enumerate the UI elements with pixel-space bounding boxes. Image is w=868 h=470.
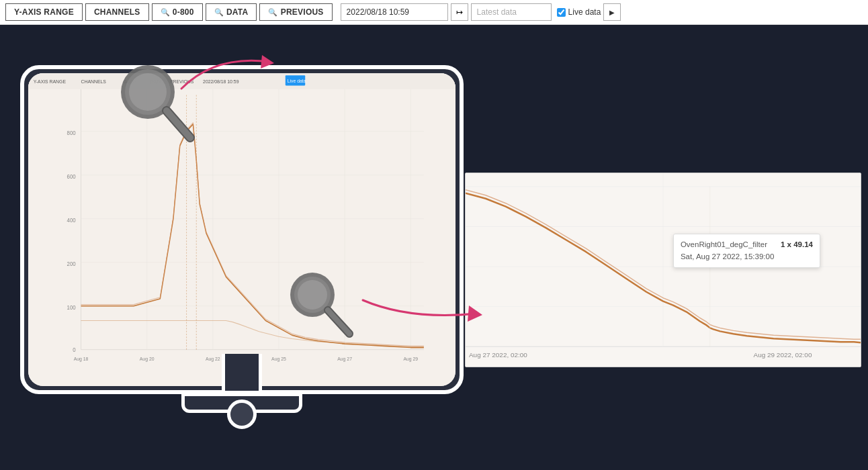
previous-search-icon: 🔍 (268, 8, 277, 17)
monitor-power-button (227, 399, 257, 429)
svg-point-38 (129, 73, 167, 111)
previous-label: PREVIOUS (281, 7, 324, 17)
svg-text:800: 800 (67, 130, 76, 136)
yaxis-range-button[interactable]: Y-AXIS RANGE (5, 3, 83, 21)
data-label: DATA (226, 7, 249, 17)
svg-text:Aug 22: Aug 22 (206, 356, 220, 362)
svg-text:Aug 20: Aug 20 (140, 356, 155, 362)
arrow-top-svg (175, 48, 282, 102)
tooltip-channel-label: OvenRight01_degC_filter (681, 238, 767, 250)
magnify-bottom-icon (282, 267, 356, 340)
forward-arrow-icon: ↦ (456, 7, 463, 17)
svg-text:0: 0 (73, 347, 76, 353)
arrow-bottom-svg (356, 280, 490, 347)
range-search-icon: 🔍 (161, 8, 170, 17)
svg-text:Aug 29: Aug 29 (403, 356, 418, 362)
zoomed-chart-svg: Aug 27 2022, 02:00 Aug 29 2022, 02:00 (466, 173, 861, 367)
svg-text:600: 600 (67, 174, 76, 180)
live-data-toggle[interactable]: Live data (557, 7, 601, 17)
tooltip-datetime: Sat, Aug 27 2022, 15:39:00 (681, 250, 774, 263)
magnify-bottom-svg (282, 267, 356, 340)
svg-text:400: 400 (67, 218, 76, 224)
monitor-stand-neck (222, 354, 262, 394)
range-button[interactable]: 🔍 0-800 (152, 3, 203, 21)
monitor-illustration: 800 600 400 200 100 0 Aug 18 Aug 20 Aug … (20, 65, 464, 441)
svg-text:Aug 29 2022, 02:00: Aug 29 2022, 02:00 (754, 351, 812, 359)
previous-button[interactable]: 🔍 PREVIOUS (259, 3, 332, 21)
data-search-icon: 🔍 (214, 8, 224, 17)
play-icon: ▶ (609, 9, 615, 16)
svg-text:100: 100 (67, 305, 76, 311)
live-data-label: Live data (568, 7, 601, 17)
svg-marker-46 (261, 55, 274, 68)
svg-line-45 (328, 310, 349, 334)
datetime-value: 2022/08/18 10:59 (347, 7, 409, 17)
toolbar: Y-AXIS RANGE CHANNELS 🔍 0-800 🔍 DATA 🔍 P… (0, 0, 868, 25)
latest-data-placeholder: Latest data (477, 7, 517, 17)
svg-text:Aug 18: Aug 18 (74, 356, 89, 362)
yaxis-range-label: Y-AXIS RANGE (14, 7, 74, 17)
play-button[interactable]: ▶ (603, 3, 621, 21)
latest-data-input[interactable]: Latest data (471, 3, 552, 21)
svg-text:Aug 27 2022, 02:00: Aug 27 2022, 02:00 (469, 351, 527, 359)
zoom-tooltip: OvenRight01_degC_filter 1 x 49.14 Sat, A… (673, 234, 820, 268)
datetime-arrow-button[interactable]: ↦ (451, 3, 468, 21)
svg-marker-47 (468, 306, 482, 322)
live-data-checkbox[interactable] (557, 8, 566, 17)
channels-button[interactable]: CHANNELS (85, 3, 149, 21)
svg-point-43 (298, 280, 327, 310)
svg-line-40 (167, 111, 190, 138)
svg-text:CHANNELS: CHANNELS (81, 79, 106, 85)
datetime-input[interactable]: 2022/08/18 10:59 (341, 3, 448, 21)
arrow-top-indicator (175, 48, 282, 105)
channels-label: CHANNELS (94, 7, 140, 17)
svg-text:200: 200 (67, 261, 76, 267)
range-label: 0-800 (173, 7, 194, 17)
zoomed-chart-panel: Aug 27 2022, 02:00 Aug 29 2022, 02:00 Ov… (465, 173, 861, 367)
tooltip-multiplier: 1 x 49.14 (781, 238, 813, 250)
svg-text:Y-AXIS RANGE: Y-AXIS RANGE (34, 79, 66, 85)
svg-text:Aug 27: Aug 27 (337, 356, 352, 362)
arrow-bottom-indicator (356, 280, 490, 350)
svg-text:Aug 25: Aug 25 (271, 356, 286, 362)
main-content: 800 600 400 200 100 0 Aug 18 Aug 20 Aug … (0, 25, 868, 470)
svg-text:Live data: Live data (288, 78, 307, 84)
data-button[interactable]: 🔍 DATA (206, 3, 257, 21)
